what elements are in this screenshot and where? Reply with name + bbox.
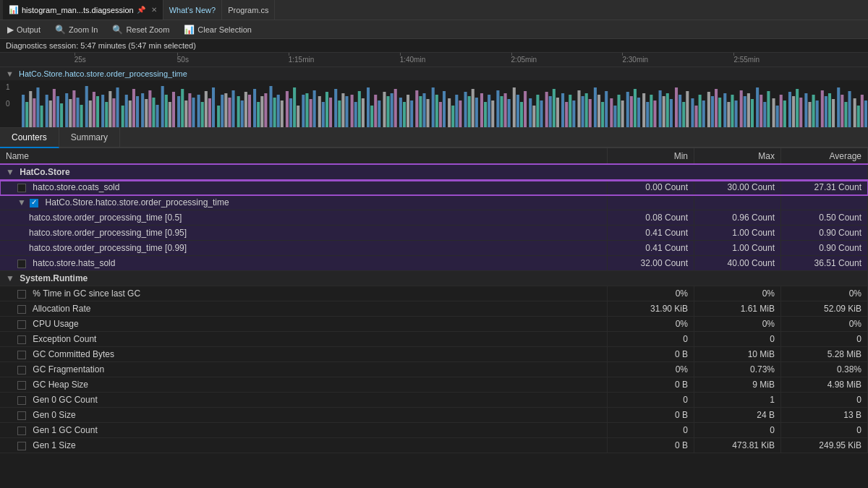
row-max xyxy=(694,195,781,210)
tab-program-cs[interactable]: Program.cs xyxy=(222,0,275,20)
table-row[interactable]: Gen 0 Size 0 B 24 B 13 B xyxy=(0,408,868,423)
svg-rect-183 xyxy=(760,95,762,127)
checkbox-gen1-gc-count[interactable] xyxy=(17,427,26,435)
checkbox-time-gc[interactable] xyxy=(17,290,26,299)
svg-rect-203 xyxy=(841,95,843,127)
table-row[interactable]: GC Committed Bytes 0 B 10 MiB 5.28 MiB xyxy=(0,347,868,362)
svg-rect-126 xyxy=(529,98,532,127)
svg-rect-191 xyxy=(792,96,795,127)
checkbox-gc-fragmentation[interactable] xyxy=(17,366,26,374)
svg-rect-146 xyxy=(610,98,613,127)
row-label: GC Fragmentation xyxy=(33,364,104,374)
table-row[interactable]: CPU Usage 0% 0% 0% xyxy=(0,317,868,332)
table-row[interactable]: hatco.store.coats_sold 0.00 Count 30.00 … xyxy=(0,180,868,195)
checkbox-order-proc[interactable] xyxy=(30,199,38,207)
table-row[interactable]: ▼ HatCo.Store.hatco.store.order_processi… xyxy=(0,195,868,210)
reset-zoom-button[interactable]: 🔍 Reset Zoom xyxy=(109,23,172,36)
section-collapse-arrow[interactable]: ▼ xyxy=(6,167,14,177)
svg-rect-17 xyxy=(89,100,92,127)
zoom-in-button[interactable]: 🔍 Zoom In xyxy=(52,23,101,36)
svg-rect-50 xyxy=(221,95,224,127)
chart-section: ▼ HatCo.Store.hatco.store.order_processi… xyxy=(0,67,868,128)
svg-rect-9 xyxy=(56,96,59,127)
svg-rect-76 xyxy=(326,92,328,127)
svg-rect-136 xyxy=(569,95,571,127)
svg-rect-98 xyxy=(415,90,418,127)
row-avg: 0.90 Count xyxy=(781,241,868,256)
row-avg: 0 xyxy=(781,423,868,438)
checkbox-gc-heap-size[interactable] xyxy=(17,381,26,390)
checkbox-gen0-size[interactable] xyxy=(17,411,26,420)
svg-rect-71 xyxy=(305,93,308,127)
table-row[interactable]: Allocation Rate 31.90 KiB 1.61 MiB 52.09… xyxy=(0,301,868,317)
svg-rect-180 xyxy=(747,93,750,127)
checkbox-gc-committed[interactable] xyxy=(17,351,26,359)
checkbox-gen1-size[interactable] xyxy=(17,442,26,450)
col-avg-header: Average xyxy=(781,148,868,165)
row-avg: 4.98 MiB xyxy=(781,377,868,393)
svg-rect-202 xyxy=(837,87,840,127)
svg-rect-72 xyxy=(309,99,312,127)
zoom-in-label: Zoom In xyxy=(69,25,98,34)
chart-collapse-arrow[interactable]: ▼ xyxy=(6,69,14,78)
row-expand-arrow[interactable]: ▼ xyxy=(17,197,26,207)
row-label: GC Committed Bytes xyxy=(33,349,114,359)
checkbox-coats-sold[interactable] xyxy=(17,184,26,192)
table-row[interactable]: GC Heap Size 0 B 9 MiB 4.98 MiB xyxy=(0,377,868,393)
table-row[interactable]: hatco.store.order_processing_time [0.99]… xyxy=(0,241,868,256)
tab-close-icon[interactable]: ✕ xyxy=(151,6,157,14)
table-row[interactable]: Gen 1 Size 0 B 473.81 KiB 249.95 KiB xyxy=(0,438,868,453)
chart-svg: // Generate random-looking bars xyxy=(20,80,868,127)
table-row[interactable]: hatco.store.hats_sold 32.00 Count 40.00 … xyxy=(0,256,868,271)
table-row[interactable]: % Time in GC since last GC 0% 0% 0% xyxy=(0,286,868,301)
checkbox-exception-count[interactable] xyxy=(17,335,26,344)
checkbox-gen0-gc-count[interactable] xyxy=(17,396,26,405)
table-row[interactable]: hatco.store.order_processing_time [0.95]… xyxy=(0,226,868,241)
table-row[interactable]: Gen 1 GC Count 0 0 0 xyxy=(0,423,868,438)
svg-rect-103 xyxy=(435,95,438,127)
row-avg xyxy=(781,195,868,210)
ruler-mark-50s: 50s xyxy=(177,56,189,64)
tab-whats-new[interactable]: What's New? xyxy=(163,0,222,20)
svg-rect-1 xyxy=(25,102,28,127)
svg-rect-89 xyxy=(378,100,380,127)
row-min: 0% xyxy=(608,317,694,332)
checkbox-alloc-rate[interactable] xyxy=(17,305,26,314)
checkbox-cpu-usage[interactable] xyxy=(17,320,26,329)
svg-rect-69 xyxy=(297,106,299,127)
section-collapse-arrow-sys[interactable]: ▼ xyxy=(6,273,14,283)
svg-rect-119 xyxy=(500,96,503,127)
svg-rect-90 xyxy=(383,92,386,127)
svg-rect-209 xyxy=(864,100,867,127)
clear-selection-button[interactable]: 📊 Clear Selection xyxy=(181,23,255,36)
svg-rect-68 xyxy=(293,87,296,127)
table-row[interactable]: hatco.store.order_processing_time [0.5] … xyxy=(0,210,868,226)
table-row[interactable]: GC Fragmentation 0% 0.73% 0.38% xyxy=(0,362,868,377)
svg-rect-112 xyxy=(472,89,475,127)
table-row[interactable]: Exception Count 0 0 0 xyxy=(0,332,868,347)
svg-rect-96 xyxy=(407,95,409,127)
counters-tab[interactable]: Counters xyxy=(0,128,59,148)
row-avg: 0.90 Count xyxy=(781,226,868,241)
svg-rect-102 xyxy=(432,87,435,127)
checkbox-hats-sold[interactable] xyxy=(17,260,26,268)
svg-rect-167 xyxy=(695,106,698,127)
row-name: % Time in GC since last GC xyxy=(0,286,608,301)
svg-rect-77 xyxy=(329,98,332,127)
row-min: 0.00 Count xyxy=(608,180,694,195)
svg-rect-193 xyxy=(799,98,802,127)
row-label: Exception Count xyxy=(33,334,96,344)
svg-rect-200 xyxy=(828,93,831,127)
table-row[interactable]: Gen 0 GC Count 0 1 0 xyxy=(0,393,868,408)
summary-tab[interactable]: Summary xyxy=(59,128,120,147)
output-icon: ▶ xyxy=(7,25,14,35)
svg-rect-94 xyxy=(399,98,402,127)
svg-rect-179 xyxy=(744,96,746,127)
svg-rect-127 xyxy=(532,106,535,127)
row-min: 0 xyxy=(608,332,694,347)
output-button[interactable]: ▶ Output xyxy=(4,23,43,36)
svg-rect-152 xyxy=(634,89,637,127)
svg-rect-66 xyxy=(286,91,289,127)
row-name: Gen 1 GC Count xyxy=(0,423,608,438)
tab-diagsession[interactable]: 📊 histogram_man...ts.diagsession 📌 ✕ xyxy=(3,0,163,20)
